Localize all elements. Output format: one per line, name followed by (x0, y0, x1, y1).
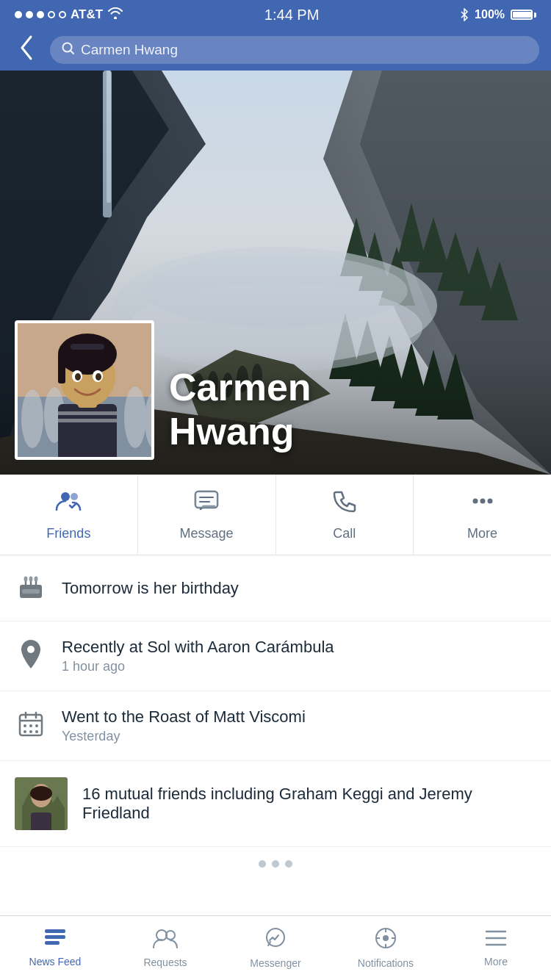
dot-2 (26, 11, 33, 18)
svg-point-78 (35, 730, 38, 733)
svg-rect-44 (71, 344, 104, 350)
event-primary: Went to the Roast of Matt Viscomi (62, 707, 536, 727)
svg-point-68 (27, 646, 35, 653)
info-list: Tomorrow is her birthday Recently at Sol… (0, 555, 551, 847)
dot-4 (48, 11, 55, 18)
mutual-primary: 16 mutual friends including Graham Keggi… (82, 785, 536, 823)
time-label: 1:44 PM (264, 7, 319, 24)
svg-point-37 (124, 386, 146, 448)
svg-point-52 (71, 493, 78, 500)
svg-rect-87 (45, 935, 65, 939)
more-tab-icon (485, 929, 507, 953)
svg-point-97 (383, 935, 389, 941)
status-bar: AT&T 1:44 PM 100% (0, 0, 551, 29)
more-action-icon (469, 488, 496, 520)
svg-point-51 (61, 492, 70, 501)
profile-name: Carmen Hwang (169, 366, 311, 454)
call-button[interactable]: Call (276, 475, 414, 555)
call-icon (331, 488, 358, 520)
svg-point-59 (487, 499, 492, 504)
birthday-primary: Tomorrow is her birthday (62, 579, 536, 598)
news-feed-label: News Feed (29, 956, 82, 968)
event-icon (15, 710, 47, 742)
requests-label: Requests (143, 956, 187, 968)
tab-notifications[interactable]: Notifications (331, 916, 441, 980)
mutual-text: 16 mutual friends including Graham Keggi… (82, 785, 536, 823)
mutual-friends-item: 16 mutual friends including Graham Keggi… (0, 761, 551, 847)
dot-indicator-3 (285, 860, 292, 868)
carrier-label: AT&T (71, 7, 103, 22)
svg-rect-54 (195, 491, 217, 508)
svg-point-47 (75, 373, 81, 381)
svg-point-77 (29, 730, 32, 733)
svg-point-35 (21, 389, 43, 448)
svg-rect-88 (45, 941, 60, 945)
svg-rect-86 (45, 929, 65, 933)
friends-button[interactable]: Friends (0, 475, 137, 555)
dot-5 (59, 11, 66, 18)
status-left: AT&T (15, 7, 123, 22)
messenger-label: Messenger (250, 957, 300, 969)
svg-point-66 (29, 577, 33, 582)
search-bar[interactable]: Carmen Hwang (50, 36, 539, 64)
svg-rect-85 (31, 813, 51, 830)
svg-rect-49 (58, 411, 117, 415)
svg-point-76 (24, 730, 26, 733)
message-icon (193, 488, 220, 520)
svg-point-65 (24, 577, 28, 582)
svg-point-73 (24, 724, 26, 727)
location-text: Recently at Sol with Aaron Carámbula 1 h… (62, 638, 536, 674)
call-label: Call (333, 526, 356, 541)
dot-1 (15, 11, 22, 18)
mutual-avatar (15, 777, 68, 830)
avatar-image (18, 323, 154, 460)
birthday-text: Tomorrow is her birthday (62, 579, 536, 598)
event-text: Went to the Roast of Matt Viscomi Yester… (62, 707, 536, 744)
action-buttons-row: Friends Message Call (0, 475, 551, 555)
tab-more[interactable]: More (441, 916, 551, 980)
friends-label: Friends (46, 526, 90, 541)
wifi-icon (107, 7, 123, 22)
tab-bar: News Feed Requests Messenger (0, 915, 551, 980)
event-secondary: Yesterday (62, 729, 536, 744)
battery-icon (511, 10, 536, 20)
tab-messenger[interactable]: Messenger (220, 916, 331, 980)
back-button[interactable] (12, 31, 41, 70)
dot-indicator-2 (272, 860, 279, 868)
location-secondary: 1 hour ago (62, 659, 536, 674)
notifications-icon (375, 927, 397, 954)
search-text: Carmen Hwang (81, 42, 178, 58)
requests-icon (153, 928, 178, 954)
friends-icon (55, 488, 82, 520)
notifications-label: Notifications (358, 957, 414, 969)
svg-rect-61 (22, 589, 40, 594)
dot-3 (37, 11, 44, 18)
profile-avatar (15, 320, 154, 460)
location-item: Recently at Sol with Aaron Carámbula 1 h… (0, 621, 551, 691)
nav-bar: Carmen Hwang (0, 29, 551, 71)
location-primary: Recently at Sol with Aaron Carámbula (62, 638, 536, 657)
more-dots (0, 847, 551, 881)
svg-point-74 (29, 724, 32, 727)
event-item: Went to the Roast of Matt Viscomi Yester… (0, 691, 551, 761)
location-icon (15, 638, 47, 674)
profile-info-overlay: Carmen Hwang (0, 320, 551, 475)
svg-point-67 (35, 577, 38, 582)
message-button[interactable]: Message (137, 475, 276, 555)
more-tab-label: More (484, 956, 508, 968)
cover-photo: Carmen Hwang (0, 71, 551, 475)
tab-requests[interactable]: Requests (110, 916, 220, 980)
svg-point-75 (35, 724, 38, 727)
svg-point-48 (96, 373, 101, 381)
news-feed-icon (44, 929, 66, 953)
status-right: 100% (460, 8, 536, 21)
birthday-item: Tomorrow is her birthday (0, 555, 551, 621)
search-icon (62, 42, 75, 59)
more-action-button[interactable]: More (413, 475, 551, 555)
dot-indicator-1 (259, 860, 266, 868)
signal-dots (15, 11, 66, 18)
profile-name-block: Carmen Hwang (169, 366, 311, 460)
svg-point-57 (472, 499, 478, 504)
tab-news-feed[interactable]: News Feed (0, 916, 110, 980)
svg-point-58 (480, 499, 485, 504)
